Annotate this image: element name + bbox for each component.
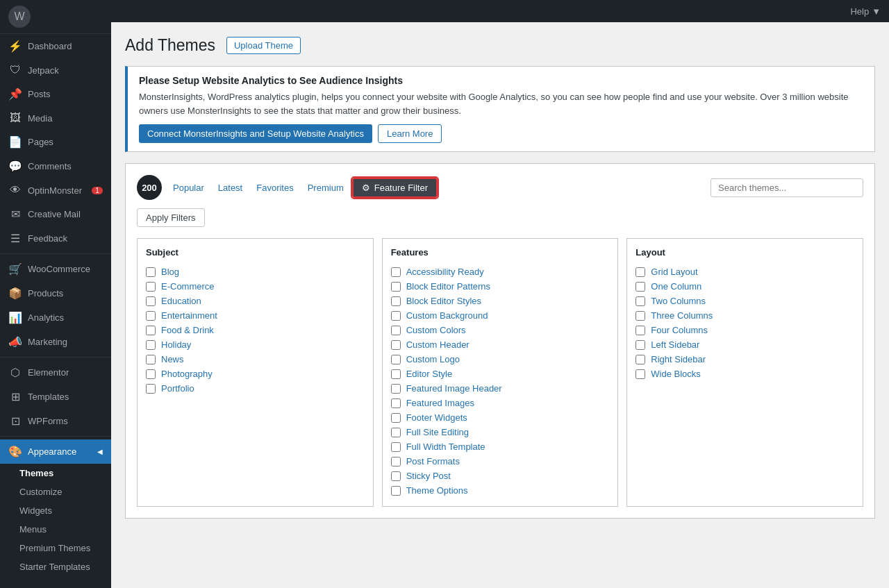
tab-favorites[interactable]: Favorites: [251, 180, 299, 196]
label-education[interactable]: Education: [161, 296, 201, 306]
sidebar-item-optinmonster[interactable]: 👁 OptinMonster 1: [0, 178, 111, 202]
filter-full-site-editing[interactable]: Full Site Editing: [391, 425, 610, 439]
label-custom-colors[interactable]: Custom Colors: [406, 325, 466, 335]
checkbox-theme-options[interactable]: [391, 486, 401, 496]
label-portfolio[interactable]: Portfolio: [161, 383, 194, 394]
checkbox-education[interactable]: [146, 296, 156, 306]
label-custom-logo[interactable]: Custom Logo: [406, 354, 460, 364]
filter-full-width-template[interactable]: Full Width Template: [391, 439, 610, 454]
filter-four-columns[interactable]: Four Columns: [635, 323, 854, 337]
label-one-column[interactable]: One Column: [651, 281, 701, 292]
filter-wide-blocks[interactable]: Wide Blocks: [635, 367, 854, 381]
checkbox-photography[interactable]: [146, 369, 156, 379]
sidebar-item-pages[interactable]: 📄 Pages: [0, 130, 111, 154]
filter-editor-style[interactable]: Editor Style: [391, 367, 610, 381]
label-featured-image-header[interactable]: Featured Image Header: [406, 383, 502, 394]
sidebar-item-wpforms[interactable]: ⊡ WPForms: [0, 409, 111, 433]
checkbox-wide-blocks[interactable]: [635, 369, 645, 379]
checkbox-featured-images[interactable]: [391, 398, 401, 408]
filter-block-editor-patterns[interactable]: Block Editor Patterns: [391, 279, 610, 294]
filter-post-formats[interactable]: Post Formats: [391, 454, 610, 469]
sidebar-item-templates[interactable]: ⊞ Templates: [0, 385, 111, 409]
checkbox-featured-image-header[interactable]: [391, 384, 401, 394]
label-accessibility-ready[interactable]: Accessibility Ready: [406, 267, 484, 277]
filter-subject-blog[interactable]: Blog: [146, 264, 365, 279]
checkbox-blog[interactable]: [146, 267, 156, 277]
label-holiday[interactable]: Holiday: [161, 339, 191, 350]
label-block-editor-patterns[interactable]: Block Editor Patterns: [406, 281, 490, 292]
filter-featured-images[interactable]: Featured Images: [391, 396, 610, 410]
filter-sticky-post[interactable]: Sticky Post: [391, 469, 610, 483]
apply-filters-button[interactable]: Apply Filters: [137, 208, 205, 227]
sidebar-item-posts[interactable]: 📌 Posts: [0, 82, 111, 106]
sidebar-subitem-widgets[interactable]: Widgets: [0, 501, 111, 520]
checkbox-block-editor-styles[interactable]: [391, 296, 401, 306]
tab-popular[interactable]: Popular: [167, 180, 210, 196]
checkbox-custom-background[interactable]: [391, 311, 401, 321]
label-wide-blocks[interactable]: Wide Blocks: [651, 369, 701, 379]
filter-subject-portfolio[interactable]: Portfolio: [146, 381, 365, 396]
checkbox-full-site-editing[interactable]: [391, 428, 401, 437]
sidebar-item-woocommerce[interactable]: 🛒 WooCommerce: [0, 257, 111, 281]
learn-more-button[interactable]: Learn More: [378, 124, 442, 143]
filter-custom-colors[interactable]: Custom Colors: [391, 323, 610, 337]
checkbox-custom-logo[interactable]: [391, 355, 401, 364]
filter-three-columns[interactable]: Three Columns: [635, 308, 854, 323]
label-post-formats[interactable]: Post Formats: [406, 456, 460, 467]
filter-theme-options[interactable]: Theme Options: [391, 483, 610, 498]
label-custom-header[interactable]: Custom Header: [406, 339, 470, 350]
label-grid-layout[interactable]: Grid Layout: [651, 267, 697, 277]
label-featured-images[interactable]: Featured Images: [406, 398, 474, 408]
search-themes-input[interactable]: [711, 178, 863, 197]
label-full-width-template[interactable]: Full Width Template: [406, 442, 485, 452]
label-two-columns[interactable]: Two Columns: [651, 296, 706, 306]
checkbox-left-sidebar[interactable]: [635, 340, 645, 350]
sidebar-subitem-starter-templates[interactable]: Starter Templates: [0, 557, 111, 576]
checkbox-accessibility-ready[interactable]: [391, 267, 401, 277]
label-blog[interactable]: Blog: [161, 267, 179, 277]
checkbox-three-columns[interactable]: [635, 311, 645, 321]
label-editor-style[interactable]: Editor Style: [406, 369, 452, 379]
checkbox-post-formats[interactable]: [391, 457, 401, 467]
sidebar-item-comments[interactable]: 💬 Comments: [0, 154, 111, 178]
filter-subject-holiday[interactable]: Holiday: [146, 337, 365, 352]
filter-left-sidebar[interactable]: Left Sidebar: [635, 337, 854, 352]
checkbox-editor-style[interactable]: [391, 369, 401, 379]
checkbox-custom-header[interactable]: [391, 340, 401, 350]
filter-subject-ecommerce[interactable]: E-Commerce: [146, 279, 365, 294]
sidebar-subitem-customize[interactable]: Customize: [0, 482, 111, 501]
filter-subject-entertainment[interactable]: Entertainment: [146, 308, 365, 323]
checkbox-holiday[interactable]: [146, 340, 156, 350]
sidebar-item-analytics[interactable]: 📊 Analytics: [0, 305, 111, 330]
label-right-sidebar[interactable]: Right Sidebar: [651, 354, 706, 364]
label-food-drink[interactable]: Food & Drink: [161, 325, 214, 335]
sidebar-item-media[interactable]: 🖼 Media: [0, 106, 111, 130]
label-footer-widgets[interactable]: Footer Widgets: [406, 412, 467, 423]
checkbox-block-editor-patterns[interactable]: [391, 282, 401, 292]
filter-one-column[interactable]: One Column: [635, 279, 854, 294]
sidebar-subitem-themes[interactable]: Themes: [0, 464, 111, 482]
filter-featured-image-header[interactable]: Featured Image Header: [391, 381, 610, 396]
checkbox-full-width-template[interactable]: [391, 442, 401, 452]
checkbox-entertainment[interactable]: [146, 311, 156, 321]
label-entertainment[interactable]: Entertainment: [161, 310, 217, 321]
label-theme-options[interactable]: Theme Options: [406, 485, 468, 496]
sidebar-subitem-premium-themes[interactable]: Premium Themes: [0, 539, 111, 557]
help-button[interactable]: Help ▼: [850, 6, 881, 17]
label-ecommerce[interactable]: E-Commerce: [161, 281, 215, 292]
label-custom-background[interactable]: Custom Background: [406, 310, 488, 321]
checkbox-one-column[interactable]: [635, 282, 645, 292]
label-block-editor-styles[interactable]: Block Editor Styles: [406, 296, 481, 306]
sidebar-item-jetpack[interactable]: 🛡 Jetpack: [0, 58, 111, 82]
label-full-site-editing[interactable]: Full Site Editing: [406, 427, 469, 437]
sidebar-item-creativemail[interactable]: ✉ Creative Mail: [0, 202, 111, 226]
connect-monsterinsights-button[interactable]: Connect MonsterInsights and Setup Websit…: [139, 124, 372, 143]
label-photography[interactable]: Photography: [161, 369, 213, 379]
checkbox-ecommerce[interactable]: [146, 282, 156, 292]
filter-custom-logo[interactable]: Custom Logo: [391, 352, 610, 367]
checkbox-sticky-post[interactable]: [391, 471, 401, 481]
filter-two-columns[interactable]: Two Columns: [635, 294, 854, 308]
checkbox-custom-colors[interactable]: [391, 326, 401, 335]
filter-accessibility-ready[interactable]: Accessibility Ready: [391, 264, 610, 279]
checkbox-news[interactable]: [146, 355, 156, 364]
